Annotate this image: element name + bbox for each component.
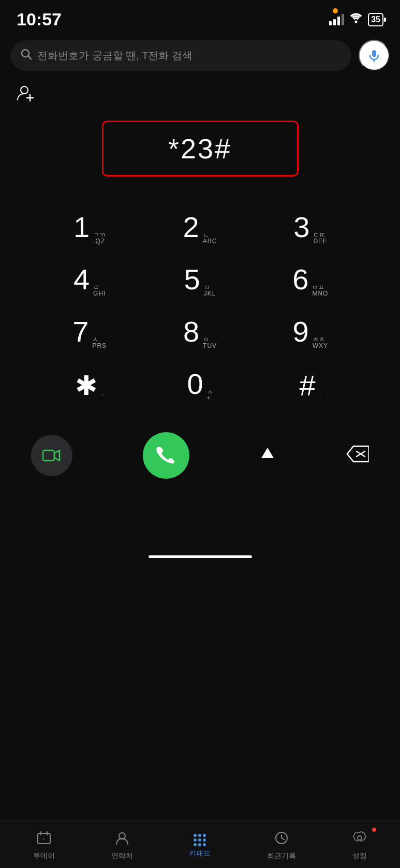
- keypad: 1 ㄱㄲ .QZ 2 ㄴ ABC 3 ㄷㄸ DEF 4: [19, 182, 381, 417]
- call-button[interactable]: [143, 432, 189, 479]
- status-icons: 35: [329, 13, 383, 26]
- dialed-number: *23#: [168, 133, 232, 164]
- nav-item-today[interactable]: 투데이: [25, 829, 63, 863]
- add-contact-row: [0, 76, 400, 110]
- keypad-icon: [194, 834, 206, 846]
- status-time: 10:57: [17, 9, 62, 30]
- nav-item-contacts[interactable]: 연락처: [103, 829, 141, 863]
- svg-marker-10: [261, 448, 274, 458]
- search-placeholder: 전화번호가 궁금할 땐, T전화 검색: [37, 49, 192, 63]
- key-8[interactable]: 8 ㅇ TUV: [145, 307, 255, 359]
- key-9[interactable]: 9 ㅈㅊ WXY: [255, 307, 365, 359]
- key-1[interactable]: 1 ㄱㄲ .QZ: [35, 202, 145, 255]
- add-contact-button[interactable]: [16, 83, 35, 103]
- key-0[interactable]: 0 ㅎ +: [145, 359, 255, 411]
- recent-icon: [274, 831, 289, 849]
- nav-item-recent[interactable]: 최근기록: [259, 829, 304, 863]
- key-4[interactable]: 4 ㄹ GHI: [35, 255, 145, 307]
- settings-icon: [352, 831, 367, 849]
- svg-line-19: [282, 838, 284, 840]
- video-call-button[interactable]: [31, 435, 72, 476]
- key-star[interactable]: ✱ ,: [35, 359, 145, 411]
- key-2[interactable]: 2 ㄴ ABC: [145, 202, 255, 255]
- svg-line-2: [28, 56, 31, 59]
- key-7[interactable]: 7 ㅅ PRS: [35, 307, 145, 359]
- dialed-display-wrap: *23#: [0, 110, 400, 182]
- search-bar[interactable]: 전화번호가 궁금할 땐, T전화 검색: [10, 40, 351, 71]
- notification-dot: [333, 8, 338, 13]
- status-bar: 10:57 35: [0, 0, 400, 35]
- svg-point-0: [355, 20, 358, 23]
- today-icon: [37, 831, 51, 849]
- up-arrow-button[interactable]: [259, 446, 276, 466]
- search-icon: [21, 49, 32, 62]
- nav-item-settings[interactable]: 설정: [344, 829, 375, 863]
- wifi-icon: [349, 13, 363, 26]
- bottom-nav: 투데이 연락처 키패드: [0, 820, 400, 868]
- dialed-display: *23#: [102, 121, 299, 176]
- svg-rect-4: [372, 50, 376, 57]
- nav-label-settings: 설정: [352, 851, 367, 861]
- nav-label-recent: 최근기록: [267, 851, 296, 861]
- nav-label-keypad: 키패드: [189, 849, 211, 858]
- nav-label-today: 투데이: [33, 851, 55, 861]
- signal-bars-icon: [329, 14, 344, 25]
- key-3[interactable]: 3 ㄷㄸ DEF: [255, 202, 365, 255]
- svg-point-6: [21, 86, 28, 94]
- nav-item-keypad[interactable]: 키패드: [181, 832, 219, 860]
- key-5[interactable]: 5 ㅁ JKL: [145, 255, 255, 307]
- svg-rect-9: [43, 450, 54, 461]
- key-hash[interactable]: # ;: [255, 359, 365, 411]
- search-bar-row: 전화번호가 궁금할 땐, T전화 검색: [0, 35, 400, 76]
- nav-label-contacts: 연락처: [111, 851, 133, 861]
- mic-button[interactable]: [359, 40, 390, 71]
- key-6[interactable]: 6 ㅂㅍ MNO: [255, 255, 365, 307]
- action-row: [0, 422, 400, 489]
- contacts-icon: [115, 831, 129, 849]
- battery-icon: 35: [368, 13, 383, 26]
- backspace-button[interactable]: [346, 445, 369, 466]
- home-indicator: [149, 555, 252, 558]
- svg-point-20: [358, 836, 362, 840]
